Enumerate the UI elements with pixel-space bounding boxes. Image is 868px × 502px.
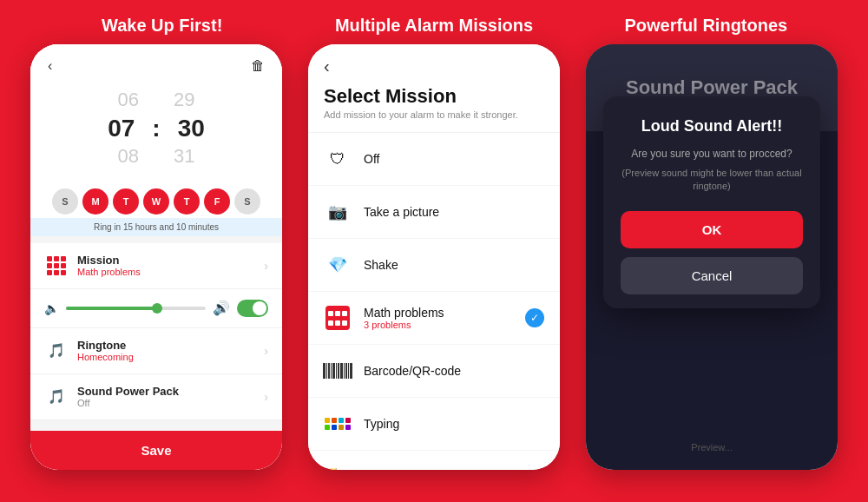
- day-T2[interactable]: T: [174, 188, 200, 215]
- volume-low-icon: 🔈: [44, 301, 59, 315]
- ringtone-label: Ringtone: [77, 339, 264, 352]
- hour-bottom: 08: [118, 144, 139, 169]
- barcode-icon: [324, 357, 352, 385]
- mission-shake[interactable]: 💎 Shake: [308, 239, 560, 292]
- day-S1[interactable]: S: [52, 188, 78, 215]
- mission-off[interactable]: 🛡 Off: [308, 133, 560, 186]
- hour-main[interactable]: 07: [108, 113, 135, 144]
- volume-high-icon: 🔊: [213, 300, 230, 316]
- soundpack-setting[interactable]: 🎵 Sound Power Pack Off ›: [30, 374, 282, 420]
- ringtone-setting[interactable]: 🎵 Ringtone Homecoming ›: [30, 328, 282, 374]
- ok-button[interactable]: OK: [621, 211, 803, 248]
- volume-toggle[interactable]: [237, 300, 268, 317]
- math-icon: [324, 304, 352, 332]
- volume-setting[interactable]: 🔈 🔊: [30, 289, 282, 328]
- music-icon: 🎵: [44, 339, 69, 363]
- phone-2: ‹ Select Mission Add mission to your ala…: [308, 44, 560, 470]
- alert-modal: Loud Sound Alert!! Are you sure you want…: [603, 96, 820, 308]
- mission-label: Mission: [77, 254, 264, 267]
- back-button-2[interactable]: ‹: [324, 56, 330, 76]
- preview-label: Preview...: [586, 442, 838, 452]
- save-button[interactable]: Save: [30, 431, 282, 470]
- trash-icon[interactable]: 🗑: [251, 58, 265, 74]
- shake-icon: 💎: [324, 251, 352, 279]
- select-mission-subtitle: Add mission to your alarm to make it str…: [324, 109, 544, 120]
- phone-1: ‹ 🗑 06 29 07 : 30 08 31: [30, 44, 282, 470]
- soundpack-label: Sound Power Pack: [77, 385, 264, 398]
- volume-slider[interactable]: [66, 307, 206, 310]
- mission-typing[interactable]: Typing: [308, 398, 560, 451]
- modal-note: (Preview sound might be lower than actua…: [621, 167, 803, 194]
- modal-body: Are you sure you want to procced?: [621, 146, 803, 162]
- arrow-icon-2: ›: [264, 344, 268, 358]
- camera-icon: 📷: [324, 198, 352, 226]
- modal-title: Loud Sound Alert!!: [621, 117, 803, 135]
- mission-list: 🛡 Off 📷 Take a picture 💎 Shake: [308, 133, 560, 470]
- arrow-icon-3: ›: [264, 390, 268, 404]
- grid-icon: [47, 256, 66, 275]
- days-row: S M T W T F S: [30, 180, 282, 218]
- ring-info: Ring in 15 hours and 10 minutes: [30, 218, 282, 236]
- soundpack-icon: 🎵: [44, 385, 69, 409]
- typing-icon: [324, 410, 352, 438]
- mission-walking[interactable]: 🦶 Walking: [308, 451, 560, 470]
- arrow-icon: ›: [264, 259, 268, 273]
- walking-icon: 🦶: [324, 463, 352, 470]
- day-M[interactable]: M: [82, 188, 108, 215]
- column-title-1: Wake Up First!: [32, 16, 293, 36]
- mission-setting[interactable]: Mission Math problems ›: [30, 243, 282, 289]
- cancel-button[interactable]: Cancel: [621, 257, 803, 294]
- hour-top: 06: [118, 88, 139, 113]
- min-main[interactable]: 30: [178, 113, 205, 144]
- min-bottom: 31: [174, 144, 194, 169]
- mission-sub: Math problems: [77, 267, 264, 277]
- checkmark-icon: ✓: [525, 308, 544, 327]
- soundpack-sub: Off: [77, 398, 264, 408]
- select-mission-title: Select Mission: [324, 85, 544, 108]
- ringtone-sub: Homecoming: [77, 352, 264, 362]
- column-title-2: Multiple Alarm Missions: [304, 16, 564, 36]
- day-W[interactable]: W: [143, 188, 169, 215]
- mission-camera[interactable]: 📷 Take a picture: [308, 186, 560, 239]
- column-title-3: Powerful Ringtones: [575, 16, 836, 36]
- shield-icon: 🛡: [324, 145, 352, 173]
- back-icon[interactable]: ‹: [48, 58, 52, 74]
- mission-math[interactable]: Math problems 3 problems ✓: [308, 292, 560, 345]
- phone-3: Sound Power Pack Loud Sound Alert!! Are …: [586, 44, 838, 470]
- day-F[interactable]: F: [204, 188, 230, 215]
- day-S2[interactable]: S: [234, 188, 260, 215]
- mission-barcode[interactable]: Barcode/QR-code: [308, 345, 560, 398]
- day-T1[interactable]: T: [113, 188, 139, 215]
- min-top: 29: [174, 88, 194, 113]
